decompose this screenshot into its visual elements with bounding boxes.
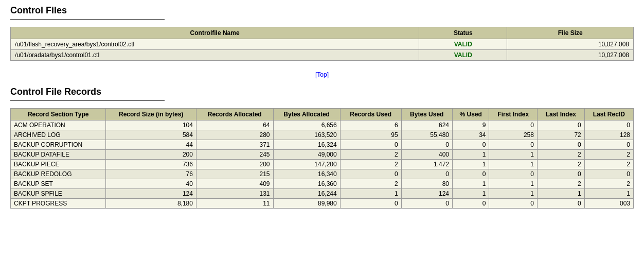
cfr-cell-recsAlloc: 131 xyxy=(196,189,273,199)
cfr-cell-recsUsed: 2 xyxy=(340,179,401,189)
cfr-cell-recsUsed: 2 xyxy=(340,160,401,169)
cfr-cell-firstIdx: 258 xyxy=(489,130,537,140)
cf-size-cell: 10,027,008 xyxy=(507,39,634,50)
cf-col-size: File Size xyxy=(507,27,634,39)
cfr-cell-bytesAlloc: 147,200 xyxy=(273,160,340,169)
cfr-cell-bytesUsed: 624 xyxy=(401,121,452,130)
cfr-cell-pctUsed: 1 xyxy=(452,150,489,160)
cfr-cell-recsAlloc: 64 xyxy=(196,121,273,130)
cfr-cell-pctUsed: 0 xyxy=(452,169,489,179)
cfr-cell-bytesUsed: 1,472 xyxy=(401,160,452,169)
cfr-cell-lastIdx: 0 xyxy=(537,140,584,150)
cfr-cell-lastIdx: 2 xyxy=(537,160,584,169)
cfr-cell-recSize: 76 xyxy=(106,169,196,179)
cfr-cell-bytesAlloc: 6,656 xyxy=(273,121,340,130)
control-files-title: Control Files xyxy=(10,5,634,16)
cfr-cell-lastIdx: 0 xyxy=(537,199,584,209)
cfr-cell-type: BACKUP CORRUPTION xyxy=(11,140,106,150)
cfr-cell-recsAlloc: 11 xyxy=(196,199,273,209)
cfr-cell-firstIdx: 0 xyxy=(489,169,537,179)
cfr-cell-recSize: 124 xyxy=(106,189,196,199)
cf-name-cell: /u01/flash_recovery_area/bys1/control02.… xyxy=(11,39,419,50)
cfr-col-header: Last Index xyxy=(537,109,584,121)
cfr-cell-firstIdx: 1 xyxy=(489,189,537,199)
cfr-cell-recsUsed: 0 xyxy=(340,169,401,179)
cfr-cell-recsAlloc: 409 xyxy=(196,179,273,189)
cfr-cell-type: BACKUP SPFILE xyxy=(11,189,106,199)
top-link-container[interactable]: [Top] xyxy=(10,71,634,78)
cfr-cell-lastRecID: 1 xyxy=(584,189,633,199)
cfr-cell-firstIdx: 0 xyxy=(489,121,537,130)
cfr-cell-recsAlloc: 215 xyxy=(196,169,273,179)
cfr-cell-lastRecID: 2 xyxy=(584,160,633,169)
cfr-cell-type: ARCHIVED LOG xyxy=(11,130,106,140)
cf-size-cell: 10,027,008 xyxy=(507,50,634,61)
cfr-cell-recSize: 104 xyxy=(106,121,196,130)
table-row: BACKUP PIECE736200147,20021,4721122 xyxy=(11,160,634,169)
table-row: /u01/oradata/bys1/control01.ctlVALID10,0… xyxy=(11,50,634,61)
cfr-col-header: Record Section Type xyxy=(11,109,106,121)
cfr-cell-firstIdx: 0 xyxy=(489,140,537,150)
cfr-cell-pctUsed: 1 xyxy=(452,189,489,199)
cfr-cell-type: BACKUP REDOLOG xyxy=(11,169,106,179)
cfr-cell-lastRecID: 003 xyxy=(584,199,633,209)
cfr-cell-bytesAlloc: 16,324 xyxy=(273,140,340,150)
control-file-records-section: Control File Records Record Section Type… xyxy=(10,87,634,209)
table-row: BACKUP REDOLOG7621516,340000000 xyxy=(11,169,634,179)
cfr-cell-recSize: 40 xyxy=(106,179,196,189)
cfr-cell-bytesAlloc: 16,244 xyxy=(273,189,340,199)
cfr-cell-bytesUsed: 0 xyxy=(401,199,452,209)
cfr-cell-bytesUsed: 80 xyxy=(401,179,452,189)
cfr-cell-recsAlloc: 371 xyxy=(196,140,273,150)
cfr-col-header: Record Size (in bytes) xyxy=(106,109,196,121)
cfr-cell-recsUsed: 6 xyxy=(340,121,401,130)
top-link[interactable]: [Top] xyxy=(315,71,329,78)
cfr-col-header: % Used xyxy=(452,109,489,121)
cfr-cell-pctUsed: 1 xyxy=(452,160,489,169)
table-row: ARCHIVED LOG584280163,5209555,4803425872… xyxy=(11,130,634,140)
cfr-cell-lastIdx: 0 xyxy=(537,121,584,130)
cfr-cell-type: ACM OPERATION xyxy=(11,121,106,130)
cfr-cell-lastIdx: 72 xyxy=(537,130,584,140)
cfr-cell-bytesUsed: 0 xyxy=(401,140,452,150)
cfr-cell-recsUsed: 95 xyxy=(340,130,401,140)
cf-name-cell: /u01/oradata/bys1/control01.ctl xyxy=(11,50,419,61)
cfr-cell-pctUsed: 0 xyxy=(452,199,489,209)
control-file-records-divider xyxy=(10,100,165,101)
cfr-cell-recSize: 736 xyxy=(106,160,196,169)
cfr-cell-bytesUsed: 400 xyxy=(401,150,452,160)
cfr-cell-type: BACKUP SET xyxy=(11,179,106,189)
cf-col-name: Controlfile Name xyxy=(11,27,419,39)
cfr-cell-lastRecID: 2 xyxy=(584,150,633,160)
cfr-col-header: First Index xyxy=(489,109,537,121)
cfr-col-header: Last RecID xyxy=(584,109,633,121)
cfr-col-header: Records Allocated xyxy=(196,109,273,121)
cfr-cell-lastIdx: 1 xyxy=(537,189,584,199)
control-file-records-title: Control File Records xyxy=(10,87,634,97)
cfr-cell-bytesUsed: 124 xyxy=(401,189,452,199)
cfr-cell-recSize: 200 xyxy=(106,150,196,160)
table-row: BACKUP DATAFILE20024549,00024001122 xyxy=(11,150,634,160)
cfr-cell-pctUsed: 0 xyxy=(452,140,489,150)
control-files-divider xyxy=(10,19,165,20)
cfr-cell-bytesAlloc: 49,000 xyxy=(273,150,340,160)
cfr-cell-firstIdx: 1 xyxy=(489,160,537,169)
control-files-table: Controlfile Name Status File Size /u01/f… xyxy=(10,27,634,61)
cfr-col-header: Bytes Used xyxy=(401,109,452,121)
cfr-cell-bytesAlloc: 163,520 xyxy=(273,130,340,140)
cfr-cell-pctUsed: 1 xyxy=(452,179,489,189)
cfr-cell-recsAlloc: 200 xyxy=(196,160,273,169)
cfr-cell-recSize: 44 xyxy=(106,140,196,150)
cfr-cell-bytesUsed: 55,480 xyxy=(401,130,452,140)
table-row: BACKUP SPFILE12413116,24411241111 xyxy=(11,189,634,199)
cfr-cell-lastIdx: 2 xyxy=(537,179,584,189)
cfr-cell-recsAlloc: 280 xyxy=(196,130,273,140)
cfr-cell-bytesAlloc: 89,980 xyxy=(273,199,340,209)
cfr-cell-pctUsed: 9 xyxy=(452,121,489,130)
table-row: BACKUP SET4040916,3602801122 xyxy=(11,179,634,189)
cfr-cell-recsUsed: 0 xyxy=(340,199,401,209)
cfr-cell-recSize: 584 xyxy=(106,130,196,140)
cf-status-cell: VALID xyxy=(419,50,507,61)
table-row: BACKUP CORRUPTION4437116,324000000 xyxy=(11,140,634,150)
table-row: CKPT PROGRESS8,1801189,98000000003 xyxy=(11,199,634,209)
